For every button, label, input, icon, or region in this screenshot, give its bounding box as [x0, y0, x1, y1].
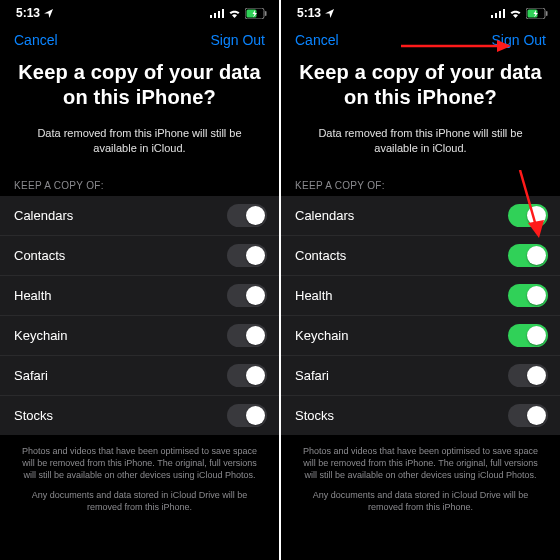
table-row: Keychain	[281, 316, 560, 356]
svg-rect-3	[222, 9, 224, 18]
table-row: Safari	[281, 356, 560, 396]
battery-charging-icon	[245, 8, 267, 19]
location-icon	[325, 9, 334, 18]
row-label: Health	[295, 288, 333, 303]
phone-left: 5:13 Cancel Sign Out Keep a co	[0, 0, 279, 560]
phone-right: 5:13 Cancel Sign Out	[281, 0, 560, 560]
row-label: Safari	[295, 368, 329, 383]
section-header: KEEP A COPY OF:	[0, 174, 279, 196]
toggle-keychain[interactable]	[508, 324, 548, 347]
footer-p2: Any documents and data stored in iCloud …	[299, 489, 542, 513]
status-bar: 5:13	[0, 0, 279, 24]
footer-p2: Any documents and data stored in iCloud …	[18, 489, 261, 513]
footer-text: Photos and videos that have been optimis…	[281, 435, 560, 526]
footer-text: Photos and videos that have been optimis…	[0, 435, 279, 526]
toggle-health[interactable]	[508, 284, 548, 307]
status-time: 5:13	[297, 6, 321, 20]
svg-rect-2	[218, 11, 220, 18]
svg-rect-10	[503, 9, 505, 18]
row-label: Keychain	[295, 328, 348, 343]
page-title: Keep a copy of your data on this iPhone?	[281, 54, 560, 120]
table-row: Stocks	[281, 396, 560, 435]
table-row: Safari	[0, 356, 279, 396]
svg-rect-9	[499, 11, 501, 18]
svg-rect-1	[214, 13, 216, 18]
table-row: Keychain	[0, 316, 279, 356]
row-label: Contacts	[14, 248, 65, 263]
toggle-safari[interactable]	[227, 364, 267, 387]
cancel-button[interactable]: Cancel	[14, 32, 58, 48]
row-label: Stocks	[295, 408, 334, 423]
table-row: Contacts	[0, 236, 279, 276]
row-label: Safari	[14, 368, 48, 383]
svg-rect-6	[265, 11, 267, 16]
table-row: Stocks	[0, 396, 279, 435]
row-label: Calendars	[14, 208, 73, 223]
page-subtitle: Data removed from this iPhone will still…	[0, 120, 279, 174]
nav-bar: Cancel Sign Out	[0, 24, 279, 54]
footer-p1: Photos and videos that have been optimis…	[299, 445, 542, 481]
toggle-contacts[interactable]	[227, 244, 267, 267]
location-icon	[44, 9, 53, 18]
options-list: CalendarsContactsHealthKeychainSafariSto…	[0, 196, 279, 435]
page-title: Keep a copy of your data on this iPhone?	[0, 54, 279, 120]
section-header: KEEP A COPY OF:	[281, 174, 560, 196]
toggle-stocks[interactable]	[508, 404, 548, 427]
toggle-safari[interactable]	[508, 364, 548, 387]
sign-out-button[interactable]: Sign Out	[211, 32, 265, 48]
svg-rect-8	[495, 13, 497, 18]
toggle-keychain[interactable]	[227, 324, 267, 347]
table-row: Calendars	[0, 196, 279, 236]
toggle-contacts[interactable]	[508, 244, 548, 267]
toggle-health[interactable]	[227, 284, 267, 307]
nav-bar: Cancel Sign Out	[281, 24, 560, 54]
battery-charging-icon	[526, 8, 548, 19]
cell-signal-icon	[210, 9, 224, 18]
sign-out-button[interactable]: Sign Out	[492, 32, 546, 48]
toggle-stocks[interactable]	[227, 404, 267, 427]
cell-signal-icon	[491, 9, 505, 18]
row-label: Contacts	[295, 248, 346, 263]
options-list: CalendarsContactsHealthKeychainSafariSto…	[281, 196, 560, 435]
table-row: Health	[0, 276, 279, 316]
wifi-icon	[228, 9, 241, 18]
comparison-wrap: 5:13 Cancel Sign Out Keep a co	[0, 0, 560, 560]
table-row: Calendars	[281, 196, 560, 236]
wifi-icon	[509, 9, 522, 18]
toggle-calendars[interactable]	[227, 204, 267, 227]
svg-rect-0	[210, 15, 212, 18]
cancel-button[interactable]: Cancel	[295, 32, 339, 48]
table-row: Health	[281, 276, 560, 316]
svg-rect-7	[491, 15, 493, 18]
svg-rect-13	[546, 11, 548, 16]
footer-p1: Photos and videos that have been optimis…	[18, 445, 261, 481]
table-row: Contacts	[281, 236, 560, 276]
status-bar: 5:13	[281, 0, 560, 24]
row-label: Keychain	[14, 328, 67, 343]
row-label: Stocks	[14, 408, 53, 423]
row-label: Health	[14, 288, 52, 303]
row-label: Calendars	[295, 208, 354, 223]
page-subtitle: Data removed from this iPhone will still…	[281, 120, 560, 174]
status-time: 5:13	[16, 6, 40, 20]
toggle-calendars[interactable]	[508, 204, 548, 227]
